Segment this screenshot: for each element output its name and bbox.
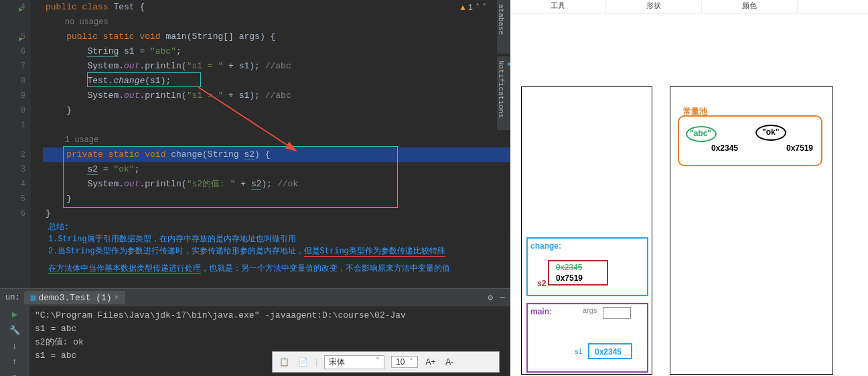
- font-select[interactable]: 宋体 ˅: [324, 355, 384, 369]
- s1-value: 0x2345: [595, 347, 622, 357]
- s2-label: s2: [537, 279, 546, 288]
- s2-old-value: 0x2345: [556, 263, 582, 272]
- run-side-toolbar: ▶ 🔧 ↓ ↑ ⇅: [0, 306, 29, 376]
- tab-shapes[interactable]: 形状: [606, 0, 702, 13]
- run-toolbar: un: ▦ demo3.Test (1) × ⚙ —: [0, 289, 510, 306]
- formatting-toolbar[interactable]: 📋 📄 | 宋体 ˅ 10 ˅ A+ A-: [272, 351, 500, 373]
- diagram-tabs[interactable]: 工具 形状 颜色: [510, 0, 868, 13]
- s2-value: 0x7519: [556, 273, 583, 283]
- diagram-pane: 工具 形状 颜色 常量池 "abc" 0x2345 "ok" 0x7519 ch…: [510, 0, 868, 376]
- gear-icon[interactable]: ⚙: [488, 292, 493, 303]
- tab-tools[interactable]: 工具: [510, 0, 606, 13]
- change-frame-label: change:: [530, 241, 561, 251]
- args-label: args: [583, 306, 597, 314]
- run-config-icon: ▦: [31, 292, 36, 303]
- diagram-canvas[interactable]: 常量池 "abc" 0x2345 "ok" 0x7519 change: s2 …: [510, 13, 868, 375]
- code-editor-pane: ▲ 1 ˄ ˅ atabase ● Notifications 4▶ 5▶ 6 …: [0, 0, 510, 376]
- font-size-select[interactable]: 10 ˅: [391, 356, 418, 368]
- increase-font-icon[interactable]: A+: [425, 357, 437, 367]
- decrease-font-icon[interactable]: A-: [443, 357, 455, 367]
- args-box: [603, 307, 631, 319]
- main-frame-label: main:: [530, 307, 552, 316]
- editor-gutter[interactable]: 4▶ 5▶ 6 7 8 9 0 1 2 3 4 5 6: [0, 0, 31, 288]
- minimize-icon[interactable]: —: [500, 292, 505, 303]
- s1-label: s1: [575, 347, 583, 355]
- ok-text: "ok": [762, 127, 779, 137]
- copy-icon[interactable]: 📄: [297, 357, 309, 367]
- ok-addr: 0x7519: [786, 143, 813, 153]
- abc-text: "abc": [690, 129, 711, 138]
- abc-addr: 0x2345: [711, 143, 738, 153]
- close-icon[interactable]: ×: [115, 294, 119, 302]
- wrench-icon[interactable]: 🔧: [9, 325, 20, 336]
- run-tab[interactable]: ▦ demo3.Test (1) ×: [24, 291, 126, 304]
- arrow-up-icon[interactable]: ↑: [12, 357, 17, 367]
- filter-icon[interactable]: ⇅: [12, 372, 17, 376]
- paste-icon[interactable]: 📋: [278, 357, 290, 367]
- rerun-icon[interactable]: ▶: [12, 309, 17, 320]
- tab-colors[interactable]: 颜色: [702, 0, 798, 13]
- annotation-notes: 总结: 1.String属于引用数据类型，在内存中存放的是内存地址也叫做引用 2…: [48, 221, 450, 275]
- run-label: un:: [5, 293, 20, 302]
- arrow-down-icon[interactable]: ↓: [12, 341, 17, 351]
